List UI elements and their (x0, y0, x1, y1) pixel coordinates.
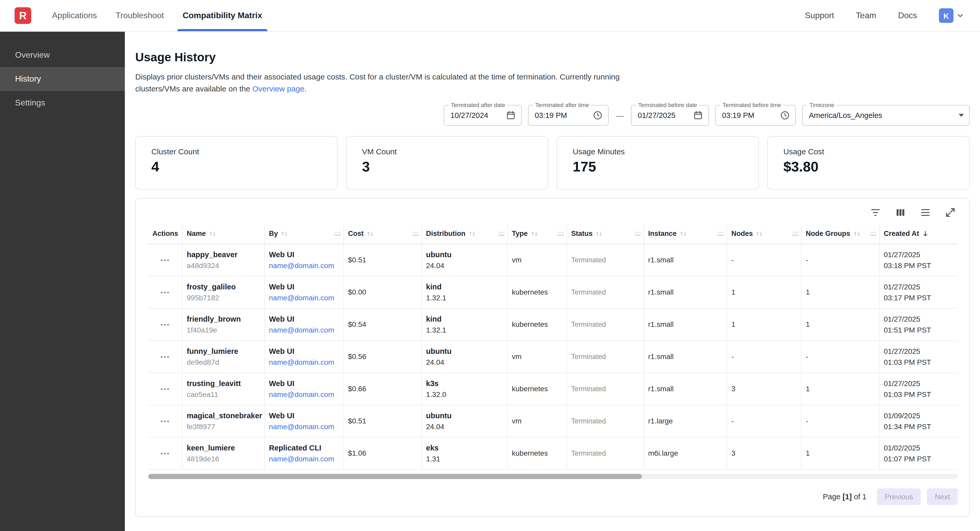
sort-icon[interactable] (208, 230, 217, 237)
column-header-type[interactable]: Type (508, 223, 567, 244)
tab-compatibility-matrix[interactable]: Compatibility Matrix (173, 0, 272, 31)
horizontal-scrollbar-thumb[interactable] (148, 474, 642, 479)
column-resize-handle[interactable] (558, 231, 564, 236)
created-by-email-link[interactable]: name@domain.com (269, 357, 338, 368)
row-actions-button[interactable] (158, 385, 172, 393)
field-value[interactable]: 03:19 PM (722, 111, 776, 119)
column-resize-handle[interactable] (792, 231, 799, 236)
column-resize-handle[interactable] (498, 231, 504, 236)
row-actions-button[interactable] (158, 353, 172, 360)
row-actions-button[interactable] (158, 257, 172, 264)
created-by-email-link[interactable]: name@domain.com (269, 325, 338, 335)
sidebar-item-settings[interactable]: Settings (0, 91, 125, 115)
created-time: 01:03 PM PST (884, 357, 953, 367)
column-header-cost[interactable]: Cost (344, 223, 422, 244)
clock-icon[interactable] (780, 110, 790, 120)
distribution-name: ubuntu (426, 346, 502, 357)
sort-icon[interactable] (679, 230, 688, 237)
cost-value: $0.51 (348, 255, 416, 265)
column-header-node-groups[interactable]: Node Groups (802, 223, 880, 244)
table-density-button[interactable] (919, 206, 932, 219)
created-date: 01/27/2025 (884, 314, 953, 325)
pagination: Page [1] of 1 Previous Next (148, 488, 958, 505)
cell-by: Replicated CLI name@domain.com (265, 437, 344, 470)
created-time: 03:18 PM PST (884, 260, 953, 271)
field-value[interactable]: 03:19 PM (535, 111, 588, 119)
tab-troubleshoot[interactable]: Troubleshoot (107, 0, 173, 31)
timezone-select[interactable]: Timezone America/Los_Angeles (802, 105, 970, 126)
field-value[interactable]: America/Los_Angeles (809, 111, 955, 119)
next-page-button[interactable]: Next (927, 488, 958, 505)
overview-page-link[interactable]: Overview page (252, 84, 304, 93)
created-by-email-link[interactable]: name@domain.com (269, 453, 338, 464)
column-header-status[interactable]: Status (567, 223, 644, 244)
column-header-by[interactable]: By (265, 223, 344, 244)
account-menu-button[interactable]: K (939, 8, 964, 23)
cell-status: Terminated (567, 437, 644, 470)
column-header-distribution[interactable]: Distribution (422, 223, 508, 244)
row-actions-button[interactable] (158, 417, 172, 425)
sort-icon[interactable] (530, 230, 539, 237)
column-header-name[interactable]: Name (183, 223, 265, 244)
row-actions-button[interactable] (158, 450, 172, 457)
link-docs[interactable]: Docs (898, 11, 917, 20)
column-header-created-at[interactable]: Created At (880, 223, 958, 244)
column-label: Status (571, 230, 593, 238)
sort-icon[interactable] (468, 230, 476, 237)
table-fullscreen-button[interactable] (944, 206, 956, 219)
status-badge: Terminated (571, 385, 638, 393)
sort-icon[interactable] (853, 230, 861, 237)
field-value[interactable]: 01/27/2025 (638, 111, 689, 119)
previous-page-button[interactable]: Previous (877, 488, 921, 505)
type-value: kubernetes (512, 384, 561, 394)
sort-icon[interactable] (281, 230, 289, 237)
created-by-source: Web UI (269, 314, 338, 325)
field-value[interactable]: 10/27/2024 (450, 111, 501, 119)
created-by-email-link[interactable]: name@domain.com (269, 293, 338, 303)
created-by-email-link[interactable]: name@domain.com (269, 389, 338, 400)
sidebar: Overview History Settings (0, 32, 125, 531)
created-by-email-link[interactable]: name@domain.com (269, 260, 338, 271)
column-resize-handle[interactable] (635, 231, 641, 236)
terminated-after-time-field[interactable]: Terminated after time 03:19 PM (528, 105, 609, 126)
link-team[interactable]: Team (856, 11, 876, 20)
row-actions-button[interactable] (158, 321, 172, 328)
column-resize-handle[interactable] (334, 231, 341, 236)
sort-desc-icon[interactable] (922, 230, 929, 237)
more-horizontal-icon (160, 323, 169, 326)
cell-nodes: 3 (727, 373, 802, 405)
calendar-icon[interactable] (693, 110, 703, 120)
cell-actions (148, 244, 183, 276)
link-support[interactable]: Support (805, 11, 834, 20)
terminated-before-time-field[interactable]: Terminated before time 03:19 PM (715, 105, 796, 126)
tab-applications[interactable]: Applications (43, 0, 107, 31)
avatar[interactable]: K (939, 8, 953, 23)
sort-icon[interactable] (366, 230, 374, 237)
column-header-nodes[interactable]: Nodes (727, 223, 802, 244)
table-columns-button[interactable] (894, 206, 907, 219)
cell-distribution: k3s 1.32.0 (422, 373, 508, 405)
column-resize-handle[interactable] (412, 231, 419, 236)
date-range-separator: — (615, 111, 625, 120)
cell-created-at: 01/27/2025 01:51 PM PST (880, 309, 958, 341)
status-badge: Terminated (571, 320, 638, 328)
column-resize-handle[interactable] (718, 231, 724, 236)
created-by-email-link[interactable]: name@domain.com (269, 422, 338, 432)
cell-actions (148, 309, 183, 341)
sidebar-item-history[interactable]: History (0, 67, 125, 91)
column-resize-handle[interactable] (870, 231, 877, 236)
field-label: Timezone (807, 102, 837, 108)
column-header-instance[interactable]: Instance (644, 223, 727, 244)
table-filter-button[interactable] (869, 206, 882, 219)
row-actions-button[interactable] (158, 288, 172, 296)
sort-icon[interactable] (756, 230, 764, 237)
calendar-icon[interactable] (506, 110, 516, 120)
cell-actions (148, 276, 183, 309)
sort-icon[interactable] (595, 230, 604, 237)
terminated-before-date-field[interactable]: Terminated before date 01/27/2025 (631, 105, 709, 126)
clock-icon[interactable] (592, 110, 603, 120)
brand-logo[interactable]: R (14, 7, 31, 24)
terminated-after-date-field[interactable]: Terminated after date 10/27/2024 (444, 105, 522, 126)
sidebar-item-overview[interactable]: Overview (0, 43, 125, 67)
cell-type: kubernetes (508, 373, 567, 405)
